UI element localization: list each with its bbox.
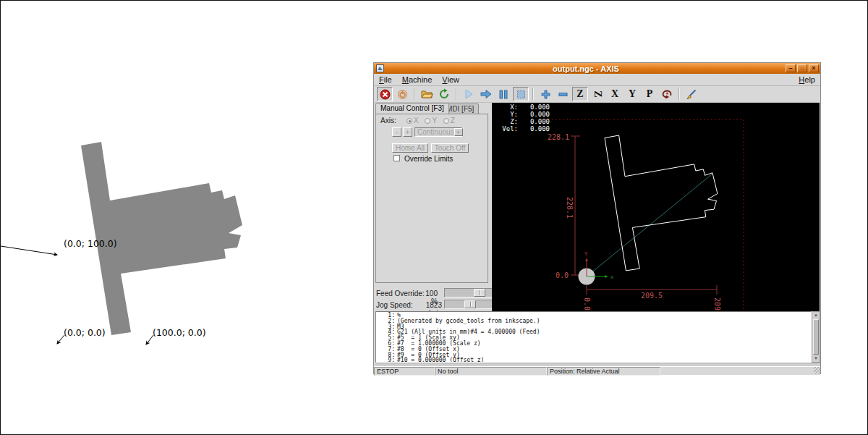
- resize-grip[interactable]: [814, 367, 820, 373]
- radio-axis-y[interactable]: [425, 118, 430, 124]
- toolbar: Z Z X Y P: [374, 86, 820, 103]
- view-perspective-icon[interactable]: P: [642, 87, 658, 101]
- screenshot-canvas: (0.0; 100.0) (0.0; 0.0) (100.0; 0.0) out…: [0, 0, 868, 435]
- view-y-icon[interactable]: Y: [624, 87, 640, 101]
- radio-axis-x[interactable]: [407, 118, 412, 124]
- y-axis-label: Y: [584, 251, 588, 257]
- touch-off-button[interactable]: Touch Off: [431, 143, 469, 153]
- dim-height-top-label: 228.1: [548, 133, 569, 141]
- cam-shape-figure: [1, 1, 370, 435]
- axis-label: Axis:: [380, 117, 396, 124]
- status-estop: ESTOP: [374, 367, 435, 376]
- dim-width-right-label: 209.5: [713, 297, 721, 311]
- gcode-vertical-scrollbar[interactable]: ▲ ▼: [812, 311, 820, 363]
- title-bar[interactable]: output.ngc - AXIS – □ ×: [374, 63, 820, 74]
- estop-icon[interactable]: [377, 87, 393, 101]
- x-position: 0.000: [518, 104, 550, 111]
- status-bar: ESTOP No tool Position: Relative Actual: [374, 366, 820, 375]
- jog-minus-button[interactable]: -: [392, 127, 401, 137]
- step-icon[interactable]: [478, 87, 494, 101]
- override-limits-label: Override Limits: [404, 155, 453, 163]
- menu-help[interactable]: Help: [793, 75, 820, 85]
- coord-label-top: (0.0; 100.0): [64, 238, 117, 249]
- axis-radio-group: X Y Z: [402, 117, 455, 124]
- gcode-line: 2:(Generated by gcode_tools from inkscap…: [376, 318, 811, 324]
- coord-label-origin: (0.0; 0.0): [64, 327, 106, 338]
- zoom-in-icon[interactable]: [537, 87, 553, 101]
- backplot-preview[interactable]: 228.1 228.1 0.0 209.5 0.0 209.5 Y x: [492, 103, 820, 311]
- radio-axis-z[interactable]: [443, 118, 449, 124]
- toolbar-separator: [678, 88, 680, 100]
- coord-label-right: (100.0; 0.0): [153, 327, 206, 338]
- view-z-rotated-icon[interactable]: Z: [590, 87, 605, 101]
- stop-icon[interactable]: [513, 87, 529, 101]
- velocity: 0.000: [518, 125, 550, 132]
- gcode-line: 9:#10 = 0.000000 (Offset z): [376, 358, 811, 363]
- home-all-button[interactable]: Home All: [392, 143, 428, 153]
- menu-view[interactable]: View: [437, 75, 464, 85]
- jog-plus-button[interactable]: +: [403, 127, 412, 137]
- feed-override-slider-handle[interactable]: [474, 289, 485, 297]
- toolbar-separator: [532, 88, 534, 100]
- override-limits-checkbox[interactable]: [393, 155, 400, 161]
- menu-file[interactable]: File: [374, 75, 397, 85]
- view-z-icon[interactable]: Z: [572, 87, 588, 101]
- status-position-mode: Position: Relative Actual: [547, 367, 660, 376]
- axis-window: output.ngc - AXIS – □ × File Machine Vie…: [373, 62, 821, 374]
- toolbar-separator: [456, 88, 457, 100]
- rotate-view-icon[interactable]: [659, 87, 675, 101]
- scroll-up-icon[interactable]: ▲: [814, 312, 818, 318]
- dim-width-label: 209.5: [641, 292, 663, 300]
- pause-icon[interactable]: [495, 87, 511, 101]
- x-axis-label: x: [610, 274, 613, 280]
- view-x-icon[interactable]: X: [607, 87, 623, 101]
- toolpath-outline: [605, 135, 718, 271]
- window-icon: [376, 64, 384, 72]
- open-file-icon[interactable]: [419, 87, 435, 101]
- window-title: output.ngc - AXIS: [386, 64, 786, 73]
- annotation-arrow-1: [1, 246, 57, 255]
- clear-plot-icon[interactable]: [684, 87, 699, 101]
- scrollbar-thumb[interactable]: [813, 319, 819, 355]
- close-icon[interactable]: ×: [809, 64, 819, 72]
- dim-height-side-label: 228.1: [566, 197, 574, 219]
- zoom-out-icon[interactable]: [555, 87, 571, 101]
- position-readout: X:0.000 Y:0.000 Z:0.000 Vel:0.000: [499, 104, 550, 132]
- status-tool: No tool: [435, 367, 547, 376]
- jog-increment-select[interactable]: Continuous ▼: [414, 127, 462, 137]
- machine-power-icon[interactable]: [394, 87, 410, 101]
- run-icon[interactable]: [461, 87, 477, 101]
- y-position: 0.000: [518, 111, 550, 118]
- menu-bar: File Machine View Help: [374, 74, 820, 86]
- minimize-icon[interactable]: –: [786, 64, 796, 72]
- dim-zero-horizontal-label: 0.0: [583, 297, 591, 311]
- z-position: 0.000: [518, 118, 550, 125]
- jog-speed-slider-handle[interactable]: [464, 300, 476, 308]
- manual-control-page: Axis: X Y Z - + Continuous ▼ Home All To…: [375, 114, 488, 283]
- scroll-down-icon[interactable]: ▼: [814, 355, 818, 362]
- tab-manual-control[interactable]: Manual Control [F3]: [375, 103, 449, 114]
- toolbar-separator: [414, 88, 415, 100]
- reload-icon[interactable]: [436, 87, 452, 101]
- gcode-listing[interactable]: 1:% 2:(Generated by gcode_tools from ink…: [375, 311, 812, 363]
- menu-machine[interactable]: Machine: [397, 75, 438, 85]
- maximize-icon[interactable]: □: [797, 64, 807, 72]
- chevron-down-icon: ▼: [454, 128, 463, 136]
- dim-zero-vertical-label: 0.0: [556, 271, 569, 279]
